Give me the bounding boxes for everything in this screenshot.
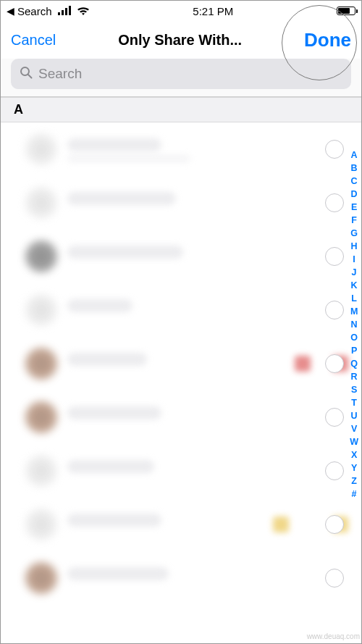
cancel-button[interactable]: Cancel [11, 32, 56, 49]
contact-name [67, 138, 348, 160]
index-letter[interactable]: N [351, 318, 358, 331]
index-letter[interactable]: Y [351, 461, 357, 474]
svg-rect-0 [58, 12, 60, 15]
index-letter[interactable]: V [351, 422, 357, 435]
avatar [25, 401, 57, 433]
index-letter[interactable]: L [351, 292, 357, 305]
contact-row[interactable] [1, 337, 361, 390]
avatar [25, 241, 57, 272]
contact-name [67, 406, 348, 428]
contact-row[interactable] [1, 230, 361, 283]
select-radio[interactable] [325, 461, 344, 480]
select-radio[interactable] [325, 193, 344, 212]
battery-icon [337, 7, 355, 15]
index-letter[interactable]: D [351, 188, 358, 201]
select-radio[interactable] [325, 408, 344, 427]
select-radio[interactable] [325, 569, 344, 587]
alphabet-index[interactable]: ABCDEFGHIJKLMNOPQRSTUVWXYZ# [350, 149, 358, 501]
svg-rect-3 [69, 6, 71, 15]
status-indicator-icon [295, 356, 311, 372]
contact-row[interactable] [1, 176, 361, 230]
contact-name [67, 514, 269, 535]
index-letter[interactable]: A [351, 149, 358, 162]
index-letter[interactable]: X [351, 448, 357, 461]
svg-rect-1 [62, 10, 64, 15]
search-input[interactable] [38, 66, 342, 82]
index-letter[interactable]: Q [350, 357, 358, 370]
contact-name [67, 246, 348, 267]
wifi-icon [77, 7, 90, 16]
index-letter[interactable]: M [350, 305, 358, 318]
index-letter[interactable]: J [352, 266, 357, 279]
index-letter[interactable]: E [351, 201, 357, 214]
select-radio[interactable] [325, 247, 344, 266]
contact-row[interactable] [1, 498, 361, 551]
done-button[interactable]: Done [304, 29, 351, 51]
index-letter[interactable]: T [351, 396, 357, 409]
watermark: www.deuaq.com [307, 632, 360, 640]
svg-rect-2 [65, 8, 67, 15]
contact-list[interactable]: ABCDEFGHIJKLMNOPQRSTUVWXYZ# [1, 122, 361, 630]
contact-row[interactable] [1, 283, 361, 337]
select-radio[interactable] [325, 354, 344, 373]
avatar [25, 348, 57, 380]
contact-name [67, 353, 291, 375]
select-radio[interactable] [325, 515, 344, 534]
cellular-signal-icon [58, 5, 74, 17]
index-letter[interactable]: # [352, 488, 357, 501]
index-letter[interactable]: S [351, 383, 357, 396]
avatar [25, 455, 57, 487]
avatar [25, 187, 57, 219]
page-title: Only Share With... [56, 32, 304, 49]
contact-name [67, 460, 348, 482]
section-header-a: A [1, 97, 361, 122]
contact-row[interactable] [1, 551, 361, 605]
navigation-bar: Cancel Only Share With... Done [1, 21, 361, 59]
select-radio[interactable] [325, 301, 344, 319]
avatar [25, 562, 57, 594]
search-field[interactable] [11, 59, 351, 89]
contact-name [67, 567, 348, 589]
contact-name [67, 299, 348, 321]
avatar [25, 294, 57, 326]
back-chevron-icon[interactable]: ◀ [7, 5, 14, 17]
contact-row[interactable] [1, 122, 361, 176]
avatar [25, 509, 57, 540]
index-letter[interactable]: R [351, 370, 358, 383]
contact-row[interactable] [1, 444, 361, 498]
search-container [1, 59, 361, 97]
index-letter[interactable]: G [350, 227, 358, 240]
contact-row[interactable] [1, 390, 361, 444]
contact-name [67, 192, 348, 214]
index-letter[interactable]: F [351, 214, 357, 227]
select-radio[interactable] [325, 140, 344, 159]
avatar [25, 133, 57, 165]
status-indicator-icon [273, 517, 289, 532]
search-icon [20, 66, 33, 82]
index-letter[interactable]: H [351, 240, 358, 253]
status-bar: ◀ Search 5:21 PM [1, 1, 361, 21]
index-letter[interactable]: U [351, 409, 358, 422]
index-letter[interactable]: O [350, 331, 358, 344]
svg-line-5 [28, 75, 32, 78]
back-app-label[interactable]: Search [17, 5, 52, 17]
index-letter[interactable]: K [351, 279, 358, 292]
index-letter[interactable]: P [351, 344, 357, 357]
index-letter[interactable]: C [351, 175, 358, 188]
index-letter[interactable]: I [353, 253, 355, 266]
status-time: 5:21 PM [193, 5, 233, 17]
index-letter[interactable]: B [351, 162, 358, 175]
index-letter[interactable]: W [350, 435, 358, 448]
index-letter[interactable]: Z [351, 474, 357, 488]
